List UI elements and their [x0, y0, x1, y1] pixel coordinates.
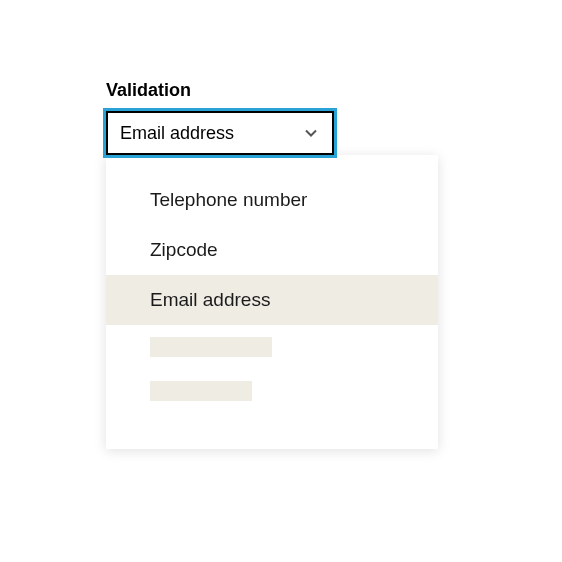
skeleton-placeholder — [150, 381, 252, 401]
field-label: Validation — [106, 80, 438, 101]
validation-field: Validation Email address Telephone numbe… — [106, 80, 438, 449]
dropdown-option-loading — [106, 369, 438, 413]
dropdown-option-zipcode[interactable]: Zipcode — [106, 225, 438, 275]
dropdown-option-telephone[interactable]: Telephone number — [106, 175, 438, 225]
validation-dropdown: Telephone number Zipcode Email address — [106, 155, 438, 449]
select-value: Email address — [120, 123, 234, 144]
skeleton-placeholder — [150, 337, 272, 357]
dropdown-option-email[interactable]: Email address — [106, 275, 438, 325]
dropdown-option-loading — [106, 325, 438, 369]
chevron-down-icon — [304, 126, 318, 140]
validation-select[interactable]: Email address — [106, 111, 334, 155]
